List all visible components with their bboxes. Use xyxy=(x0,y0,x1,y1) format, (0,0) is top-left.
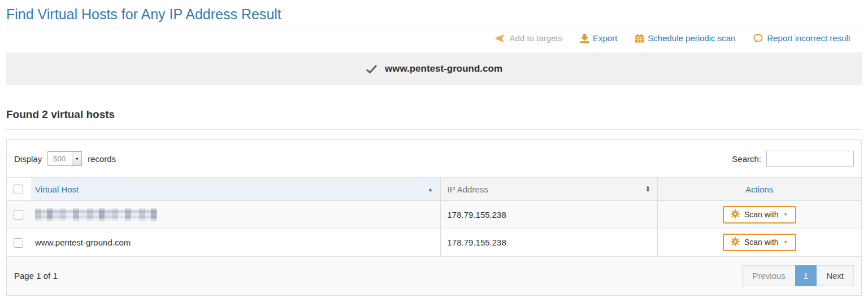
scan-with-label: Scan with xyxy=(744,210,779,219)
report-incorrect-result-label: Report incorrect result xyxy=(767,33,850,43)
results-heading: Found 2 virtual hosts xyxy=(6,108,862,130)
table-row: 178.79.155.238 xyxy=(7,201,861,229)
ip-address-cell: 178.79.155.238 xyxy=(440,201,657,229)
column-header-ip-address[interactable]: IP Address ▲▼ xyxy=(440,178,657,201)
virtual-host-cell: www.pentest-ground.com xyxy=(31,229,440,256)
virtual-host-cell xyxy=(31,201,440,229)
page-info: Page 1 of 1 xyxy=(14,271,58,281)
virtual-hosts-table: Virtual Host ▲ IP Address ▲▼ Actions xyxy=(7,177,861,256)
table-controls: Display 500 ▼ records Search: xyxy=(7,140,861,177)
select-all-header-cell xyxy=(7,178,31,201)
actions-header-label: Actions xyxy=(745,185,773,194)
table-row: www.pentest-ground.com 178.79.155.238 xyxy=(7,229,861,256)
search-label: Search: xyxy=(732,154,761,164)
select-dropdown-arrow-icon: ▼ xyxy=(72,152,81,165)
toolbar: Add to targets Export Schedule perio xyxy=(6,28,862,48)
scan-with-button[interactable]: Scan with ▼ xyxy=(723,234,796,251)
column-header-actions: Actions xyxy=(657,178,861,201)
row-checkbox-cell xyxy=(7,201,31,229)
add-to-targets-button[interactable]: Add to targets xyxy=(495,33,562,43)
actions-cell: Scan with ▼ xyxy=(657,201,861,229)
download-icon xyxy=(580,34,589,43)
add-to-targets-label: Add to targets xyxy=(510,33,562,43)
sort-both-icon: ▲▼ xyxy=(646,186,650,192)
schedule-periodic-scan-button[interactable]: Schedule periodic scan xyxy=(635,33,735,43)
sort-ascending-icon: ▲ xyxy=(428,186,433,192)
calendar-icon xyxy=(635,34,644,43)
pagination-next-button[interactable]: Next xyxy=(817,265,854,286)
search-control: Search: xyxy=(732,151,854,166)
export-label: Export xyxy=(593,33,617,43)
row-checkbox[interactable] xyxy=(14,238,23,248)
records-label: records xyxy=(88,154,116,164)
redacted-virtual-host xyxy=(35,208,157,221)
pagination-previous-button[interactable]: Previous xyxy=(742,265,795,286)
row-checkbox-cell xyxy=(7,229,31,256)
ip-address-header-label: IP Address xyxy=(448,185,488,194)
actions-cell: Scan with ▼ xyxy=(657,229,861,256)
records-per-page-value: 500 xyxy=(48,152,72,165)
pagination: Previous 1 Next xyxy=(742,265,854,286)
chat-bubble-icon xyxy=(753,34,763,43)
scan-target-banner: www.pentest-ground.com xyxy=(6,52,862,85)
ip-address-cell: 178.79.155.238 xyxy=(440,229,657,256)
select-all-checkbox[interactable] xyxy=(14,185,23,194)
virtual-hosts-table-container: Display 500 ▼ records Search: xyxy=(6,139,862,296)
schedule-periodic-scan-label: Schedule periodic scan xyxy=(648,33,735,43)
export-button[interactable]: Export xyxy=(580,33,617,43)
page-title: Find Virtual Hosts for Any IP Address Re… xyxy=(6,0,862,28)
report-incorrect-result-button[interactable]: Report incorrect result xyxy=(753,33,850,43)
search-input[interactable] xyxy=(766,151,854,166)
chevron-down-icon: ▼ xyxy=(783,212,788,217)
scan-with-label: Scan with xyxy=(744,238,779,247)
records-per-page-select[interactable]: 500 ▼ xyxy=(47,151,82,166)
display-label: Display xyxy=(14,154,42,164)
gear-icon xyxy=(731,237,740,248)
table-header-row: Virtual Host ▲ IP Address ▲▼ Actions xyxy=(7,178,861,201)
row-checkbox[interactable] xyxy=(14,210,23,220)
display-records-control: Display 500 ▼ records xyxy=(14,151,116,166)
column-header-virtual-host[interactable]: Virtual Host ▲ xyxy=(31,178,440,201)
virtual-host-header-label: Virtual Host xyxy=(35,185,79,194)
plane-icon xyxy=(495,34,506,43)
scan-with-button[interactable]: Scan with ▼ xyxy=(723,206,796,224)
checkmark-icon xyxy=(366,64,377,74)
gear-icon xyxy=(731,209,740,220)
table-footer: Page 1 of 1 Previous 1 Next xyxy=(7,256,861,295)
pagination-page-1-button[interactable]: 1 xyxy=(795,265,817,286)
scan-target-host: www.pentest-ground.com xyxy=(385,63,502,74)
chevron-down-icon: ▼ xyxy=(783,239,788,245)
